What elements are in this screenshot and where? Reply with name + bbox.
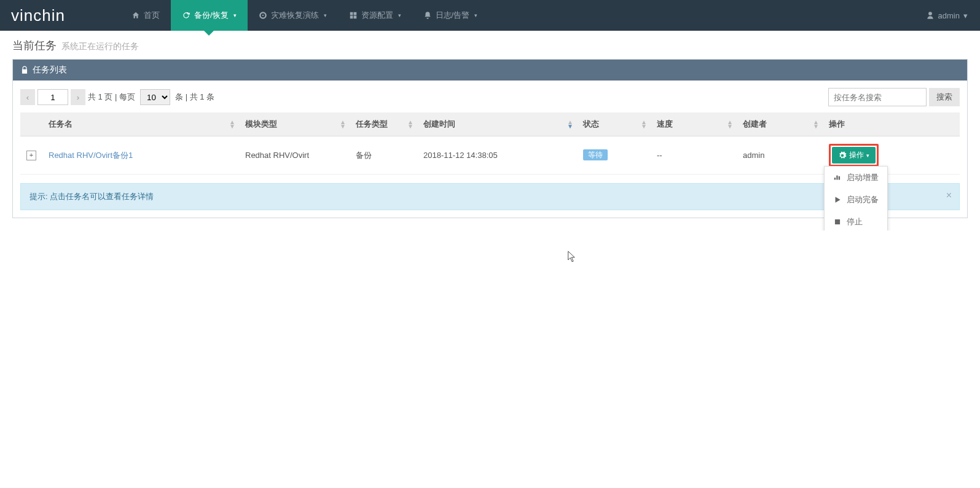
play-icon — [833, 195, 842, 204]
task-name-link[interactable]: Redhat RHV/Ovirt备份1 — [49, 151, 133, 160]
panel-title: 任务列表 — [33, 65, 67, 76]
gear-icon — [838, 151, 847, 160]
col-status[interactable]: 状态▲▼ — [577, 112, 651, 136]
page-total-label: 共 1 页 | 每页 — [88, 92, 135, 103]
dropdown-stop[interactable]: 停止 — [825, 211, 887, 230]
page-title: 当前任务 — [12, 38, 57, 53]
nav-backup[interactable]: 备份/恢复 ▾ — [171, 0, 248, 31]
expand-button[interactable]: + — [26, 151, 36, 160]
info-bar: 提示: 点击任务名可以查看任务详情 × — [20, 183, 960, 210]
col-expand — [20, 112, 42, 136]
records-label: 条 | 共 1 条 — [175, 92, 214, 103]
brand-logo: vinchin — [11, 6, 65, 25]
cell-module-type: Redhat RHV/Ovirt — [239, 136, 350, 175]
search-button[interactable]: 搜索 — [929, 88, 960, 106]
page-prev-button[interactable]: ‹ — [20, 89, 35, 105]
page-size-select[interactable]: 10 — [140, 89, 170, 105]
cell-speed: -- — [651, 136, 737, 175]
col-task-name[interactable]: 任务名▲▼ — [42, 112, 239, 136]
grid-icon — [349, 11, 358, 20]
home-icon — [131, 11, 140, 20]
task-panel: 任务列表 ‹ › 共 1 页 | 每页 10 条 | 共 1 条 搜索 任务名▲… — [12, 59, 968, 218]
target-icon — [259, 11, 267, 20]
lock-icon — [20, 66, 29, 74]
table-row: + Redhat RHV/Ovirt备份1 Redhat RHV/Ovirt 备… — [20, 136, 960, 175]
nav-logs[interactable]: 日志/告警 ▾ — [412, 0, 489, 31]
col-action: 操作 — [823, 112, 960, 136]
panel-header: 任务列表 — [13, 60, 967, 81]
cell-creator: admin — [737, 136, 823, 175]
chevron-down-icon: ▾ — [474, 12, 477, 18]
nav-resource[interactable]: 资源配置 ▾ — [338, 0, 412, 31]
nav-items: 首页 备份/恢复 ▾ 灾难恢复演练 ▾ 资源配置 ▾ 日志/告警 ▾ — [120, 0, 488, 31]
chevron-down-icon: ▾ — [866, 152, 869, 159]
page-subtitle: 系统正在运行的任务 — [61, 41, 139, 52]
status-badge: 等待 — [583, 149, 608, 160]
dropdown-start-full[interactable]: 启动完备 — [825, 189, 887, 211]
bell-icon — [423, 11, 432, 20]
chevron-down-icon: ▾ — [398, 12, 401, 18]
toolbar: ‹ › 共 1 页 | 每页 10 条 | 共 1 条 搜索 — [20, 88, 960, 106]
action-highlight: 操作 ▾ — [829, 144, 879, 167]
nav-home[interactable]: 首页 — [120, 0, 171, 31]
col-task-type[interactable]: 任务类型▲▼ — [350, 112, 417, 136]
col-create-time[interactable]: 创建时间▲▼ — [417, 112, 577, 136]
cell-task-type: 备份 — [350, 136, 417, 175]
chevron-down-icon: ▾ — [324, 12, 327, 18]
stop-icon — [833, 218, 842, 226]
task-table: 任务名▲▼ 模块类型▲▼ 任务类型▲▼ 创建时间▲▼ 状态▲▼ 速度▲▼ 创建者… — [20, 112, 960, 175]
nav-disaster[interactable]: 灾难恢复演练 ▾ — [248, 0, 338, 31]
col-speed[interactable]: 速度▲▼ — [651, 112, 737, 136]
top-nav: vinchin 首页 备份/恢复 ▾ 灾难恢复演练 ▾ 资源配置 ▾ 日志/告警… — [0, 0, 980, 31]
col-module-type[interactable]: 模块类型▲▼ — [239, 112, 350, 136]
action-dropdown: 启动增量 启动完备 停止 — [824, 166, 888, 230]
chevron-down-icon: ▾ — [233, 12, 237, 18]
close-icon[interactable]: × — [946, 190, 952, 201]
table-header-row: 任务名▲▼ 模块类型▲▼ 任务类型▲▼ 创建时间▲▼ 状态▲▼ 速度▲▼ 创建者… — [20, 112, 960, 136]
user-icon — [926, 11, 935, 20]
cell-create-time: 2018-11-12 14:38:05 — [417, 136, 577, 175]
page-next-button[interactable]: › — [71, 89, 85, 105]
search-box: 搜索 — [828, 88, 960, 106]
page-header: 当前任务 系统正在运行的任务 — [0, 31, 980, 59]
chevron-down-icon: ▾ — [963, 11, 968, 20]
info-text: 提示: 点击任务名可以查看任务详情 — [29, 192, 154, 201]
refresh-icon — [182, 11, 190, 20]
search-input[interactable] — [828, 88, 927, 106]
bars-icon — [833, 173, 842, 182]
user-menu[interactable]: admin ▾ — [914, 11, 980, 20]
page-input[interactable] — [37, 89, 68, 105]
panel-body: ‹ › 共 1 页 | 每页 10 条 | 共 1 条 搜索 任务名▲▼ 模块类… — [13, 81, 967, 218]
action-button[interactable]: 操作 ▾ — [832, 147, 876, 163]
col-creator[interactable]: 创建者▲▼ — [737, 112, 823, 136]
dropdown-start-incremental[interactable]: 启动增量 — [825, 167, 887, 189]
